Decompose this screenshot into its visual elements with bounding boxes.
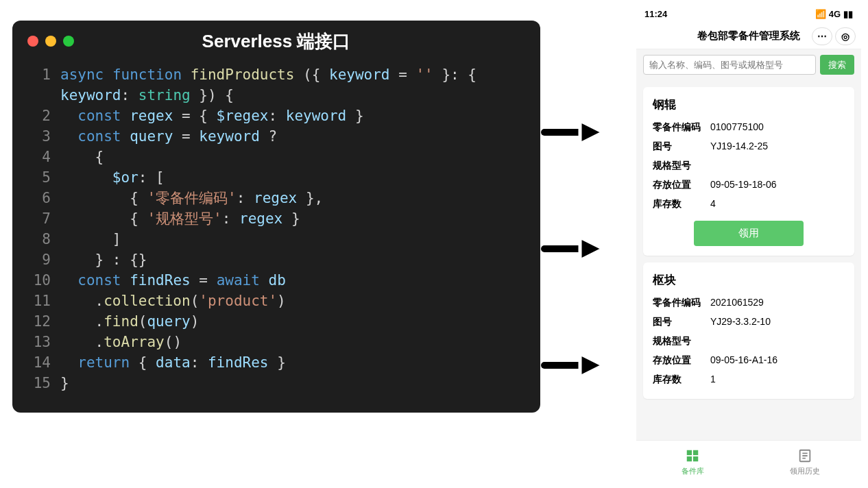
status-time: 11:24 bbox=[644, 9, 667, 19]
code-line: 7 { '规格型号': regex } bbox=[27, 208, 525, 229]
val-location: 09-05-19-18-06 bbox=[710, 179, 845, 191]
signal-icon: 📶 bbox=[815, 9, 826, 19]
svg-rect-1 bbox=[693, 450, 698, 455]
code-line: 11 .collection('product') bbox=[27, 291, 525, 311]
label-location: 存放位置 bbox=[653, 179, 710, 191]
val-spec bbox=[710, 335, 845, 347]
label-drawing: 图号 bbox=[653, 316, 710, 328]
val-spec bbox=[710, 160, 845, 172]
code-line: 9 } : {} bbox=[27, 249, 525, 270]
card-list: 钢辊 零备件编码0100775100 图号YJ19-14.2-25 规格型号 存… bbox=[636, 80, 861, 440]
page-title: 卷包部零备件管理系统 bbox=[697, 29, 800, 42]
tabbar: 备件库领用历史 bbox=[636, 440, 861, 484]
code-line: 5 $or: [ bbox=[27, 167, 525, 188]
search-input[interactable] bbox=[643, 55, 816, 75]
code-body: 1async function findProducts ({ keyword … bbox=[12, 52, 540, 393]
code-line: 12 .find(query) bbox=[27, 311, 525, 332]
more-button[interactable]: ⋯ bbox=[812, 27, 832, 45]
item-card[interactable]: 钢辊 零备件编码0100775100 图号YJ19-14.2-25 规格型号 存… bbox=[643, 87, 854, 256]
battery-icon: ▮▮ bbox=[843, 9, 853, 19]
arrows bbox=[540, 0, 636, 466]
close-icon[interactable] bbox=[27, 36, 38, 47]
code-title: Serverless 端接口 bbox=[202, 29, 351, 53]
code-line: 6 { '零备件编码': regex }, bbox=[27, 188, 525, 208]
svg-rect-3 bbox=[693, 456, 698, 461]
list-icon bbox=[797, 448, 812, 465]
label-code: 零备件编码 bbox=[653, 121, 710, 134]
tab-label: 领用历史 bbox=[790, 466, 820, 476]
search-button[interactable]: 搜索 bbox=[820, 55, 854, 75]
tab-label: 备件库 bbox=[682, 466, 704, 476]
app-header: 卷包部零备件管理系统 ⋯ ◎ bbox=[636, 23, 861, 49]
grid-icon bbox=[685, 448, 700, 465]
label-stock: 库存数 bbox=[653, 198, 710, 210]
val-drawing: YJ29-3.3.2-10 bbox=[710, 316, 845, 328]
arrow-icon bbox=[540, 350, 636, 384]
val-code: 0100775100 bbox=[710, 121, 845, 134]
label-spec: 规格型号 bbox=[653, 335, 710, 347]
code-line: 4 { bbox=[27, 147, 525, 167]
arrow-icon bbox=[540, 233, 636, 267]
code-line: 13 .toArray() bbox=[27, 332, 525, 352]
label-drawing: 图号 bbox=[653, 141, 710, 153]
label-code: 零备件编码 bbox=[653, 297, 710, 309]
code-line: keyword: string }) { bbox=[27, 85, 525, 106]
val-drawing: YJ19-14.2-25 bbox=[710, 141, 845, 153]
arrow-icon bbox=[540, 117, 636, 151]
claim-button[interactable]: 领用 bbox=[694, 221, 804, 246]
code-window: Serverless 端接口 1async function findProdu… bbox=[12, 21, 540, 413]
target-button[interactable]: ◎ bbox=[835, 27, 856, 45]
code-line: 2 const regex = { $regex: keyword } bbox=[27, 106, 525, 126]
status-bar: 11:24 📶 4G ▮▮ bbox=[636, 4, 861, 23]
code-line: 10 const findRes = await db bbox=[27, 270, 525, 291]
maximize-icon[interactable] bbox=[63, 36, 74, 47]
item-name: 钢辊 bbox=[653, 97, 845, 112]
code-line: 1async function findProducts ({ keyword … bbox=[27, 64, 525, 85]
val-code: 2021061529 bbox=[710, 297, 845, 309]
tab-history[interactable]: 领用历史 bbox=[749, 441, 861, 484]
code-line: 8 ] bbox=[27, 229, 525, 249]
phone-screen: 11:24 📶 4G ▮▮ 卷包部零备件管理系统 ⋯ ◎ 搜索 钢辊 零备件编码… bbox=[636, 4, 861, 484]
svg-rect-2 bbox=[687, 456, 692, 461]
code-line: 15} bbox=[27, 373, 525, 393]
label-location: 存放位置 bbox=[653, 354, 710, 367]
label-spec: 规格型号 bbox=[653, 160, 710, 172]
tab-inventory[interactable]: 备件库 bbox=[636, 441, 749, 484]
label-stock: 库存数 bbox=[653, 374, 710, 386]
code-line: 14 return { data: findRes } bbox=[27, 352, 525, 373]
minimize-icon[interactable] bbox=[45, 36, 56, 47]
val-location: 09-05-16-A1-16 bbox=[710, 354, 845, 367]
item-name: 枢块 bbox=[653, 272, 845, 288]
val-stock: 4 bbox=[710, 198, 845, 210]
traffic-lights bbox=[27, 36, 74, 47]
val-stock: 1 bbox=[710, 374, 845, 386]
svg-rect-0 bbox=[687, 450, 692, 455]
network-label: 4G bbox=[829, 9, 841, 19]
code-line: 3 const query = keyword ? bbox=[27, 126, 525, 147]
item-card[interactable]: 枢块 零备件编码2021061529 图号YJ29-3.3.2-10 规格型号 … bbox=[643, 263, 854, 399]
